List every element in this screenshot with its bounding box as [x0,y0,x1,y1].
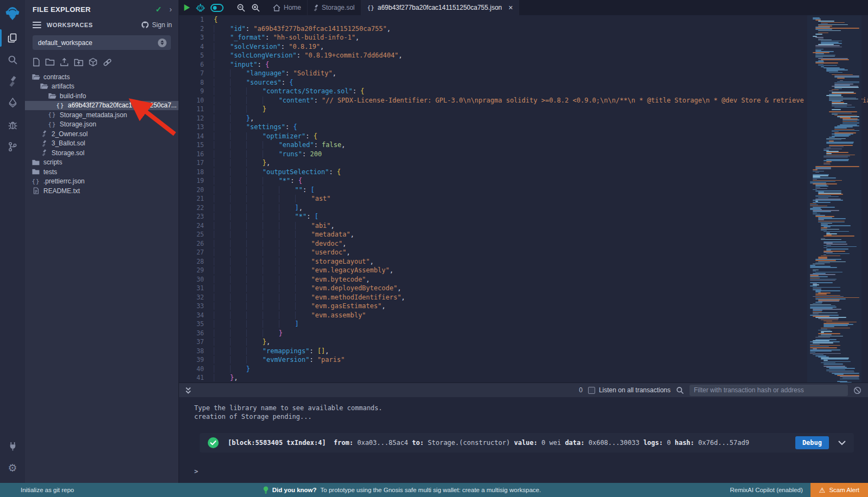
tree-item-label: a69b43f277ba20fcac141151250ca7... [68,101,177,109]
code-line: 10 "content": "// SPDX-License-Identifie… [179,96,868,105]
git-branch-icon[interactable] [0,136,25,157]
sign-in-label: Sign in [152,21,172,29]
solidity-icon [40,130,48,137]
zoom-out-icon[interactable] [237,3,246,12]
solidity-icon [314,4,318,11]
github-sign-in-button[interactable]: Sign in [141,21,172,29]
tx-log-text: [block:5583405 txIndex:4] from: 0xa03...… [228,439,749,447]
code-line: 38 "remappings": [], [179,347,868,356]
tree-item-scripts[interactable]: scripts [25,158,178,168]
editor-area: HomeStorage.sol{}a69b43f277ba20fcac14115… [179,0,868,483]
json-icon: {} [31,178,40,185]
workspace-stepper-icon[interactable] [158,39,167,47]
tab-a69b43f277ba20fcac141151250ca755-json[interactable]: {}a69b43f277ba20fcac141151250ca755.json× [361,0,520,15]
github-icon [141,21,149,29]
remixai-toggle-icon[interactable] [210,4,224,12]
file-icon [31,187,40,194]
code-line: 19 "*": { [179,176,868,186]
code-line: 11 } [179,105,868,114]
debug-button[interactable]: Debug [795,436,829,449]
scam-alert-button[interactable]: ⚠ Scam Alert [810,483,868,497]
terminal-search-icon[interactable] [676,386,684,394]
code-line: 39 "evmVersion": "paris" [179,355,868,365]
tree-item-storage-json[interactable]: {}Storage.json [25,120,178,130]
check-icon[interactable]: ✓ [156,5,162,14]
deploy-and-run-icon[interactable] [0,92,25,114]
code-line: 12 }, [179,114,868,123]
code-editor[interactable]: 1{2 "id": "a69b43f277ba20fcac141151250ca… [179,15,868,383]
scam-alert-label: Scam Alert [829,487,859,493]
tree-item-tests[interactable]: tests [25,167,178,177]
zoom-in-icon[interactable] [251,3,260,12]
file-explorer-icon[interactable] [0,27,25,49]
settings-gear-icon[interactable]: ⚙ [0,457,25,479]
remixai-robot-icon[interactable] [196,3,205,12]
code-line: 36 } [179,329,868,338]
remix-logo-icon[interactable] [0,0,25,27]
link-icon[interactable] [103,58,112,67]
listen-checkbox[interactable] [588,387,595,394]
ipfs-box-icon[interactable] [88,58,98,67]
plugin-manager-icon[interactable] [0,435,25,457]
code-line: 32 "evm.methodIdentifiers", [179,293,868,302]
did-you-know-tip: Did you know? To prototype using the Gno… [74,486,730,494]
run-script-play-icon[interactable] [183,4,190,11]
upload-file-icon[interactable] [60,58,69,67]
terminal[interactable]: Type the library name to see available c… [179,397,868,483]
tab-home[interactable]: Home [267,0,308,15]
workspaces-label: WORKSPACES [47,22,141,28]
terminal-line: Type the library name to see available c… [194,404,868,412]
solidity-compiler-icon[interactable] [0,71,25,92]
tree-item-artifacts[interactable]: artifacts [25,82,178,92]
code-line: 33 "evm.gasEstimates", [179,302,868,311]
code-line: 17 }, [179,158,868,168]
file-tree: contractsartifactsbuild-info{}a69b43f277… [25,72,178,196]
code-line: 30 "evm.bytecode", [179,275,868,284]
git-init-status[interactable]: Initialize as git repo [0,487,74,493]
tree-item-2-owner-sol[interactable]: 2_Owner.sol [25,129,178,139]
upload-folder-icon[interactable] [74,58,84,67]
tree-item-contracts[interactable]: contracts [25,72,178,82]
expand-terminal-icon[interactable] [184,386,192,394]
tree-item-storage-sol[interactable]: Storage.sol [25,148,178,158]
new-folder-icon[interactable] [45,58,55,66]
terminal-toolbar: 0 Listen on all transactions [179,383,868,397]
tabs: HomeStorage.sol{}a69b43f277ba20fcac14115… [267,0,519,15]
tx-expand-chevron-icon[interactable] [838,440,846,445]
close-tab-icon[interactable]: × [508,3,513,12]
copilot-status[interactable]: RemixAI Copilot (enabled) [730,487,803,493]
tree-item--prettierrc-json[interactable]: {}.prettierrc.json [25,177,178,187]
workspace-menu-icon[interactable] [33,20,41,30]
clear-console-icon[interactable] [853,386,861,394]
code-line: 35 ] [179,320,868,329]
warning-icon: ⚠ [819,486,826,494]
json-icon: {} [48,111,56,118]
code-line: 40 } [179,365,868,374]
tab-storage-sol[interactable]: Storage.sol [308,0,361,15]
transaction-log-row[interactable]: [block:5583405 txIndex:4] from: 0xa03...… [200,433,854,453]
tree-item-label: artifacts [52,82,74,90]
search-icon[interactable] [0,49,25,71]
code-line: 26 "devdoc", [179,239,868,248]
workspace-select[interactable]: default_workspace [33,35,171,50]
debugger-bug-icon[interactable] [0,114,25,136]
code-line: 1{ [179,15,868,24]
panel-title: FILE EXPLORER [33,5,156,14]
minimap[interactable] [807,15,861,383]
code-line: 34 "evm.assembly" [179,311,868,320]
code-line: 31 "evm.deployedBytecode", [179,284,868,293]
code-line: 37 }, [179,337,868,347]
tree-item-3-ballot-sol[interactable]: 3_Ballot.sol [25,139,178,149]
tree-item-build-info[interactable]: build-info [25,91,178,101]
tree-item-label: 3_Ballot.sol [52,139,85,147]
tree-item-readme-txt[interactable]: README.txt [25,186,178,196]
tree-item-label: 2_Owner.sol [52,130,88,138]
tree-item-a69b43f277ba20fcac141151250ca7-[interactable]: {}a69b43f277ba20fcac141151250ca7... [25,101,178,111]
transaction-filter-input[interactable] [690,385,848,396]
chevron-right-icon[interactable]: › [169,5,172,14]
solidity-icon [40,140,48,147]
terminal-prompt[interactable]: > [194,468,198,475]
code-line: 3 "_format": "hh-sol-build-info-1", [179,33,868,42]
new-file-icon[interactable] [33,58,40,67]
tree-item-storage-metadata-json[interactable]: {}Storage_metadata.json [25,110,178,120]
